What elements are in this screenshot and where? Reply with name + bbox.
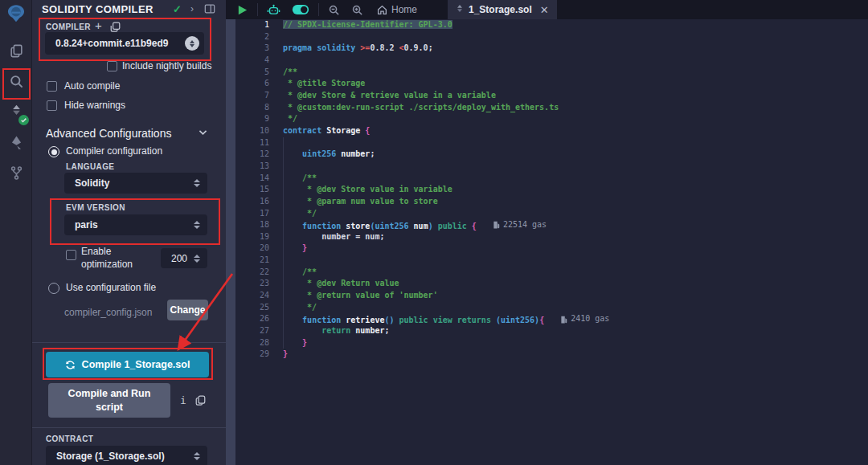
line-number: 14 [235,173,269,185]
nightly-builds-checkbox[interactable] [107,61,117,71]
compile-and-run-button[interactable]: Compile and Run script [48,383,170,418]
play-icon[interactable] [231,0,254,19]
line-number: 22 [235,267,269,279]
refresh-icon [65,360,76,370]
evm-version-select[interactable]: paris [64,214,207,235]
code-line[interactable]: 15 * @dev Store value in variable [235,184,868,196]
line-number: 11 [235,137,269,149]
chevron-down-icon[interactable] [198,126,208,141]
code-line[interactable]: 26 function retrieve() public view retur… [235,313,868,325]
line-number: 10 [235,125,269,137]
chevron-right-icon[interactable]: › [190,3,194,14]
tab-storage-sol[interactable]: 1_Storage.sol ✕ [448,0,557,19]
optimization-runs-input[interactable]: 200 [161,248,207,268]
code-line[interactable]: 17 */ [235,208,868,220]
code-line[interactable]: 5/** [235,67,868,79]
hide-warnings-checkbox[interactable] [47,100,57,111]
code-line[interactable]: 14 /** [235,173,868,185]
code-line[interactable]: 13 [235,161,868,173]
file-explorer-icon[interactable] [0,35,32,66]
home-icon [377,5,387,15]
code-line[interactable]: 25 */ [235,302,868,314]
code-line[interactable]: 4 [235,55,868,67]
line-number: 2 [235,31,269,43]
line-number: 1 [235,19,269,31]
language-select[interactable]: Solidity [64,173,207,194]
language-value: Solidity [64,177,193,189]
contract-label: CONTRACT [46,434,93,443]
code-line[interactable]: 16 * @param num value to store [235,196,868,208]
zoom-in-icon[interactable] [346,0,369,19]
code-line[interactable]: 18 function store(uint256 num) public {2… [235,219,868,231]
language-stepper-icon [193,177,200,189]
code-line[interactable]: 12 uint256 number; [235,149,868,161]
code-editor[interactable]: 1// SPDX-License-Identifier: GPL-3.023pr… [235,19,868,465]
divider [318,3,319,16]
zoom-out-icon[interactable] [322,0,346,19]
split-view-icon[interactable] [204,3,215,18]
code-line[interactable]: 23 * @dev Return value [235,278,868,290]
code-line[interactable]: 21 [235,255,868,267]
code-line[interactable]: 19 number = num; [235,231,868,243]
add-compiler-icon[interactable]: + [95,18,102,32]
code-line[interactable]: 10contract Storage { [235,125,868,137]
line-number: 13 [235,161,269,173]
panel-resize-handle[interactable] [226,19,235,465]
code-line[interactable]: 24 * @return value of 'number' [235,290,868,302]
compile-button-label: Compile 1_Storage.sol [82,359,190,370]
code-line[interactable]: 22 /** [235,267,868,279]
compile-success-badge [18,115,29,125]
search-icon[interactable] [0,66,32,96]
code-line[interactable]: 2 [235,31,868,43]
solidity-compiler-icon[interactable] [0,96,32,127]
deploy-run-icon[interactable] [0,127,32,157]
git-icon[interactable] [0,157,32,188]
line-number: 29 [235,349,269,361]
compile-button[interactable]: Compile 1_Storage.sol [46,352,209,377]
solidity-file-icon [456,5,464,14]
code-line[interactable]: 9 */ [235,113,868,125]
copy-icon[interactable] [195,394,206,409]
contract-select[interactable]: Storage (1_Storage.sol) [46,446,207,465]
auto-compile-checkbox[interactable] [47,81,57,92]
hide-warnings-label: Hide warnings [64,100,125,111]
line-number: 25 [235,302,269,314]
enable-optimization-checkbox[interactable] [66,250,76,260]
line-number: 27 [235,325,269,337]
ai-toggle-icon[interactable] [286,0,315,19]
code-line[interactable]: 1// SPDX-License-Identifier: GPL-3.0 [235,19,868,31]
line-number: 6 [235,78,269,90]
divider [32,427,226,428]
line-number: 16 [235,196,269,208]
line-number: 8 [235,102,269,114]
code-line[interactable]: 27 return number; [235,325,868,337]
enable-optimization-label: Enable optimization [81,246,145,271]
line-number: 26 [235,313,269,325]
line-number: 20 [235,243,269,255]
version-stepper-icon[interactable] [185,36,199,51]
advanced-configurations-title[interactable]: Advanced Configurations [46,127,171,140]
robot-icon[interactable] [261,0,286,19]
solidity-compiler-panel: SOLIDITY COMPILER ✓ › COMPILER + 0.8.24+… [32,0,226,465]
info-icon[interactable]: i [180,394,186,406]
tab-home-label: Home [391,4,417,15]
remix-logo-icon[interactable] [0,0,32,27]
code-line[interactable]: 28 } [235,337,868,349]
compiler-configuration-radio[interactable] [48,146,59,157]
code-line[interactable]: 29} [235,349,868,361]
config-file-name[interactable]: compiler_config.json [64,307,152,318]
line-number: 7 [235,90,269,102]
code-line[interactable]: 11 [235,137,868,149]
code-line[interactable]: 6 * @title Storage [235,78,868,90]
close-icon[interactable]: ✕ [537,4,549,16]
tab-home[interactable]: Home [369,0,425,19]
change-config-button[interactable]: Change [167,300,208,320]
code-line[interactable]: 7 * @dev Store & retrieve value in a var… [235,90,868,102]
compiler-version-select[interactable]: 0.8.24+commit.e11b9ed9 [45,32,204,55]
use-configuration-file-radio[interactable] [48,283,59,294]
code-line[interactable]: 20 } [235,243,868,255]
code-line[interactable]: 8 * @custom:dev-run-script ./scripts/dep… [235,102,868,114]
code-line[interactable]: 3pragma solidity >=0.8.2 <0.9.0; [235,43,868,55]
panel-title: SOLIDITY COMPILER [42,3,154,15]
evm-stepper-icon [193,219,200,230]
